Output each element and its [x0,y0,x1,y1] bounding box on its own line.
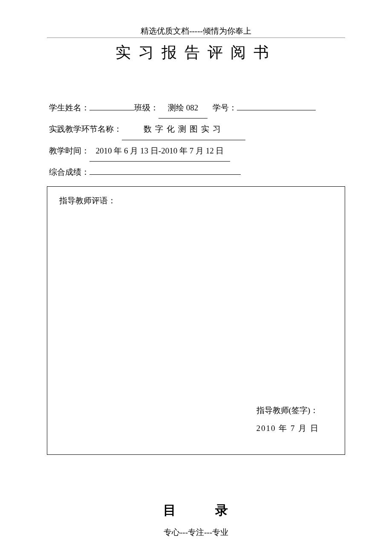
label-student-name: 学生姓名： [49,97,89,118]
doc-header: 精选优质文档-----倾情为你奉上 [47,26,345,37]
label-sid: 学号： [213,97,237,118]
label-time: 教学时间： [49,140,89,161]
field-time[interactable]: 2010 年 6 月 13 日-2010 年 7 月 12 日 [89,140,230,162]
toc-title: 目录 [47,502,345,519]
label-course: 实践教学环节名称： [49,119,122,139]
field-class[interactable]: 测绘 082 [159,97,208,119]
label-signature: 指导教师(签字)： [257,402,320,419]
row-score: 综合成绩： [49,162,345,182]
field-course[interactable]: 数字化测图实习 [122,119,245,140]
signature-block: 指导教师(签字)： 2010 年 7 月 日 [257,402,320,437]
label-score: 综合成绩： [49,162,89,182]
toc-lu: 录 [215,503,229,517]
doc-footer: 专心---专注---专业 [0,527,392,538]
field-sid[interactable] [237,110,316,110]
signature-date: 2010 年 7 月 日 [257,419,320,437]
row-name-class-sid: 学生姓名： 班级： 测绘 082 学号： [49,97,345,119]
label-comment: 指导教师评语： [59,195,333,206]
info-block: 学生姓名： 班级： 测绘 082 学号： 实践教学环节名称： 数字化测图实习 教… [49,97,345,183]
field-score[interactable] [89,174,241,175]
page-title: 实习报告评阅书 [47,42,345,63]
label-class: 班级： [134,97,159,118]
toc-mu: 目 [163,503,177,517]
field-student-name[interactable] [89,110,134,110]
header-divider [47,38,345,38]
row-time: 教学时间： 2010 年 6 月 13 日-2010 年 7 月 12 日 [49,140,345,162]
comment-box: 指导教师评语： 指导教师(签字)： 2010 年 7 月 日 [47,186,345,455]
row-course: 实践教学环节名称： 数字化测图实习 [49,119,345,140]
